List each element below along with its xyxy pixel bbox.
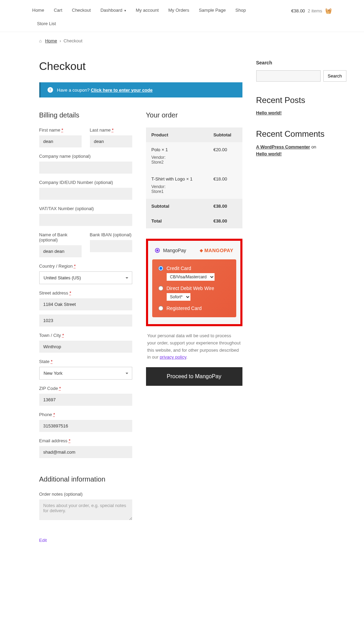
direct-debit-label: Direct Debit Web Wire [167, 286, 214, 291]
diamond-icon: ◆ [200, 248, 203, 253]
company-label: Company name (optional) [39, 154, 132, 159]
recent-comments-title: Recent Comments [256, 129, 325, 139]
registered-card-radio[interactable] [158, 306, 163, 311]
subtotal-label: Subtotal [146, 199, 208, 214]
registered-card-label: Registered Card [167, 306, 202, 311]
privacy-policy-link[interactable]: privacy policy [160, 354, 186, 360]
th-product: Product [146, 127, 208, 142]
email-field[interactable] [39, 446, 132, 458]
primary-nav: Home Cart Checkout Dashboard My account … [32, 4, 279, 32]
company-field[interactable] [39, 162, 132, 174]
total-label: Total [146, 214, 208, 228]
vendor-name: Store1 [152, 189, 202, 194]
order-item-subtotal: €20.00 [208, 142, 242, 169]
street-field-1[interactable] [39, 298, 132, 310]
info-icon: ! [48, 87, 53, 93]
phone-label: Phone * [39, 412, 132, 417]
search-button[interactable]: Search [323, 70, 346, 82]
last-name-label: Last name * [90, 127, 132, 133]
credit-card-select[interactable]: CB/Visa/Mastercard [167, 273, 215, 281]
proceed-button[interactable]: Proceed to MangoPay [146, 367, 242, 386]
total-value: €38.00 [208, 214, 242, 228]
city-label: Town / City * [39, 333, 132, 338]
order-notes-field[interactable] [39, 499, 132, 520]
credit-card-radio[interactable] [158, 266, 163, 271]
cart-items-count: 2 items [308, 8, 322, 13]
breadcrumb-current: Checkout [63, 38, 82, 43]
nav-shop[interactable]: Shop [231, 4, 251, 19]
coupon-notice: ! Have a coupon? Click here to enter you… [39, 82, 242, 97]
th-subtotal: Subtotal [208, 127, 242, 142]
vendor-name: Store2 [152, 160, 202, 165]
vat-field[interactable] [39, 214, 132, 226]
coupon-link[interactable]: Click here to enter your code [91, 87, 153, 93]
nav-home[interactable]: Home [32, 4, 49, 19]
bank-name-field[interactable] [39, 245, 82, 257]
vat-label: VAT/TAX Number (optional) [39, 206, 132, 211]
country-label: Country / Region * [39, 264, 132, 269]
search-input[interactable] [256, 70, 321, 82]
order-table: Product Subtotal Polo × 1 Vendor: Store2 [146, 127, 242, 228]
commenter-link[interactable]: A WordPress Commenter [256, 144, 310, 149]
breadcrumb: ⌂ Home › Checkout [39, 32, 325, 50]
state-select[interactable]: New York [39, 367, 132, 380]
street-field-2[interactable] [39, 314, 132, 327]
order-item-name: T-Shirt with Logo × 1 [152, 176, 202, 182]
first-name-field[interactable] [39, 135, 82, 147]
city-field[interactable] [39, 341, 132, 353]
edit-link[interactable]: Edit [39, 538, 47, 543]
cart-total: €38.00 [291, 8, 305, 13]
nav-sample-page[interactable]: Sample Page [194, 4, 230, 19]
nav-my-account[interactable]: My account [131, 4, 163, 19]
company-id-field[interactable] [39, 188, 132, 200]
nav-my-orders[interactable]: My Orders [164, 4, 194, 19]
direct-debit-radio[interactable] [158, 286, 163, 291]
phone-field[interactable] [39, 420, 132, 432]
billing-title: Billing details [39, 111, 132, 119]
mangopay-logo: ◆MANGOPAY [200, 248, 233, 253]
table-row: Polo × 1 Vendor: Store2 €20.00 [146, 142, 242, 169]
nav-cart[interactable]: Cart [49, 4, 67, 19]
recent-post-link[interactable]: Hello world! [256, 110, 282, 115]
vendor-label: Vendor: [152, 184, 202, 189]
nav-checkout[interactable]: Checkout [67, 4, 96, 19]
country-select[interactable]: United States (US) [39, 271, 132, 284]
direct-debit-select[interactable]: Sofort* [167, 293, 190, 301]
last-name-field[interactable] [90, 135, 132, 147]
nav-dashboard[interactable]: Dashboard [96, 4, 131, 19]
order-notes-label: Order notes (optional) [39, 492, 132, 497]
recent-posts-title: Recent Posts [256, 95, 325, 105]
basket-icon: 🧺 [325, 8, 332, 14]
first-name-label: First name * [39, 127, 82, 133]
nav-store-list[interactable]: Store List [32, 19, 279, 32]
recent-comment: A WordPress Commenter on Hello world! [256, 144, 325, 157]
bank-iban-label: Bank IBAN (optional) [90, 232, 132, 237]
company-id-label: Company ID/EUID Number (optional) [39, 180, 132, 185]
breadcrumb-home[interactable]: Home [45, 38, 57, 43]
order-item-name: Polo × 1 [152, 147, 202, 152]
order-item-subtotal: €18.00 [208, 169, 242, 199]
privacy-text: Your personal data will be used to proce… [146, 332, 242, 361]
payment-provider-label: MangoPay [163, 248, 186, 253]
cart-summary[interactable]: €38.00 2 items 🧺 [291, 4, 332, 14]
home-icon: ⌂ [39, 38, 42, 43]
state-label: State * [39, 359, 132, 364]
page-title: Checkout [39, 60, 242, 73]
order-title: Your order [146, 111, 242, 119]
search-title: Search [256, 60, 325, 65]
credit-card-label: Credit Card [167, 266, 191, 271]
email-label: Email address * [39, 438, 132, 443]
zip-label: ZIP Code * [39, 386, 132, 391]
street-label: Street address * [39, 290, 132, 296]
table-row: T-Shirt with Logo × 1 Vendor: Store1 €18… [146, 169, 242, 199]
comment-post-link[interactable]: Hello world! [256, 151, 282, 156]
payment-provider-radio[interactable] [155, 248, 160, 253]
subtotal-value: €38.00 [208, 199, 242, 214]
bank-iban-field[interactable] [90, 240, 132, 252]
additional-title: Additional information [39, 475, 132, 483]
zip-field[interactable] [39, 394, 132, 406]
vendor-label: Vendor: [152, 155, 202, 160]
payment-section: MangoPay ◆MANGOPAY Credit Card CB/Visa/M… [146, 239, 242, 326]
coupon-text: Have a coupon? [57, 87, 90, 93]
bank-name-label: Name of Bank (optional) [39, 232, 82, 242]
